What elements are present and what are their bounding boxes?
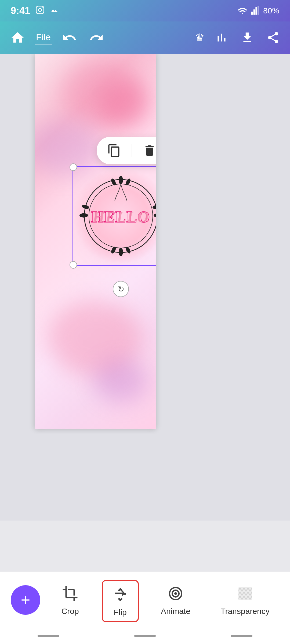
gesture-left — [38, 635, 59, 637]
home-button[interactable] — [8, 28, 27, 47]
hello-wreath-element: HELLO HELLO — [73, 167, 156, 265]
svg-point-17 — [154, 213, 156, 218]
svg-point-14 — [125, 178, 131, 186]
flip-label: Flip — [114, 608, 126, 617]
svg-text:HELLO: HELLO — [92, 208, 149, 226]
svg-point-19 — [125, 246, 131, 254]
svg-rect-33 — [238, 587, 252, 600]
svg-point-2 — [42, 7, 43, 8]
copy-button[interactable] — [105, 141, 124, 160]
download-button[interactable] — [238, 29, 256, 46]
add-element-button[interactable]: + — [11, 585, 40, 615]
menu-divider-1 — [132, 144, 132, 157]
gesture-right — [231, 635, 252, 637]
signal-icon — [251, 6, 259, 16]
status-bar: 9:41 — [0, 0, 290, 21]
flip-icon — [111, 585, 130, 604]
crown-button[interactable]: ♛ — [195, 31, 205, 44]
chart-button[interactable] — [213, 29, 230, 46]
flip-tool[interactable]: Flip — [102, 580, 139, 622]
svg-rect-5 — [253, 9, 255, 15]
context-menu — [97, 137, 156, 164]
crop-tool[interactable]: Crop — [53, 580, 88, 620]
svg-rect-0 — [36, 6, 44, 13]
selected-element[interactable]: HELLO HELLO ↻ — [73, 166, 156, 266]
wifi-icon — [238, 6, 247, 15]
share-button[interactable] — [264, 29, 282, 46]
animate-label: Animate — [161, 607, 190, 616]
handle-bottom-left[interactable] — [70, 261, 77, 269]
mountain-icon — [50, 5, 59, 16]
bottom-gesture-bar — [0, 628, 290, 644]
svg-point-13 — [119, 176, 123, 184]
transparency-tool[interactable]: Transparency — [212, 580, 277, 620]
watercolor-blob-2 — [97, 80, 150, 129]
svg-rect-4 — [251, 12, 253, 15]
delete-button[interactable] — [140, 141, 156, 160]
handle-top-left[interactable] — [70, 163, 77, 171]
canvas-background: HELLO HELLO ↻ — [35, 54, 156, 429]
file-button[interactable]: File — [35, 30, 52, 45]
gesture-center — [134, 635, 156, 637]
crop-label: Crop — [61, 607, 79, 616]
svg-point-15 — [110, 178, 117, 186]
svg-point-22 — [79, 213, 88, 218]
transparency-icon — [236, 584, 255, 603]
svg-point-21 — [82, 204, 90, 210]
watercolor-blob-5 — [94, 360, 148, 402]
undo-button[interactable] — [60, 28, 79, 47]
status-time: 9:41 — [11, 5, 30, 16]
add-icon: + — [21, 592, 30, 608]
svg-point-3 — [242, 13, 243, 14]
svg-point-18 — [119, 248, 123, 256]
svg-rect-7 — [258, 6, 259, 15]
redo-button[interactable] — [87, 28, 106, 47]
svg-rect-6 — [255, 7, 257, 15]
animate-icon — [166, 584, 185, 603]
tool-list: Crop Flip Animate — [40, 580, 290, 622]
svg-point-1 — [38, 8, 41, 11]
svg-point-16 — [152, 204, 156, 210]
instagram-icon — [35, 5, 45, 16]
transparency-label: Transparency — [220, 607, 269, 616]
rotate-handle[interactable]: ↻ — [113, 281, 129, 297]
crop-icon — [61, 584, 79, 603]
svg-point-27 — [174, 592, 177, 595]
animate-tool[interactable]: Animate — [153, 580, 198, 620]
canvas-area[interactable]: HELLO HELLO ↻ — [0, 54, 290, 521]
design-canvas[interactable]: HELLO HELLO ↻ — [35, 54, 156, 429]
battery-display: 80% — [263, 6, 279, 15]
main-toolbar: File ♛ — [0, 21, 290, 54]
svg-point-20 — [110, 246, 117, 254]
